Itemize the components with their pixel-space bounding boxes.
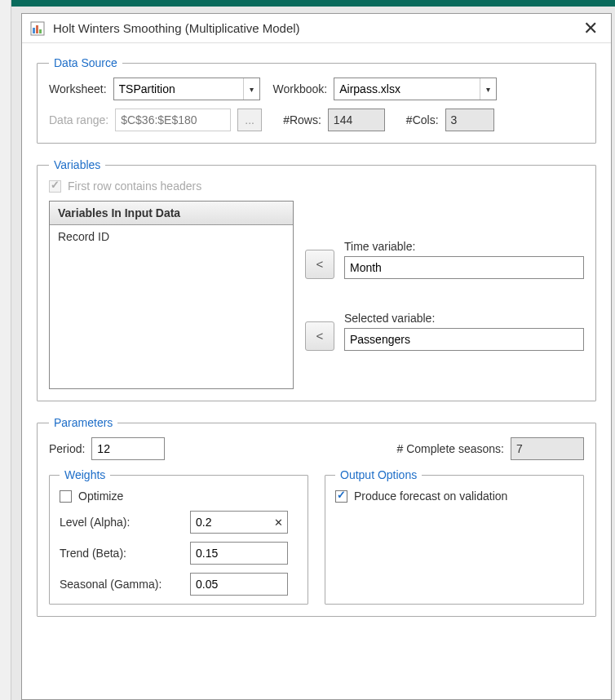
variables-group: Variables First row contains headers Var… [37, 158, 596, 401]
top-accent-bar [11, 0, 615, 7]
workbook-input[interactable] [334, 78, 497, 100]
list-item[interactable]: Record ID [50, 225, 293, 248]
clear-icon[interactable]: ✕ [274, 516, 283, 529]
move-to-time-button[interactable]: < [305, 250, 334, 279]
svg-rect-3 [39, 29, 42, 33]
rows-value [328, 109, 385, 131]
browse-button: ... [237, 109, 262, 131]
move-to-selected-button[interactable]: < [305, 321, 334, 351]
produce-forecast-label: Produce forecast on validation [354, 490, 507, 503]
app-icon [30, 21, 45, 36]
first-row-headers-label: First row contains headers [68, 179, 201, 193]
data-range-label: Data range: [49, 113, 108, 126]
selected-variable-input[interactable] [344, 328, 584, 351]
alpha-label: Level (Alpha): [60, 516, 182, 529]
data-range-input [115, 109, 231, 131]
output-options-legend: Output Options [335, 468, 422, 481]
output-options-group: Output Options Produce forecast on valid… [325, 468, 584, 605]
weights-legend: Weights [60, 468, 110, 481]
workbook-combo[interactable]: ▾ [334, 78, 497, 100]
dialog-content: Data Source Worksheet: ▾ Workbook: ▾ Dat… [22, 43, 611, 645]
dialog-window: Holt Winters Smoothing (Multiplicative M… [21, 13, 612, 700]
optimize-label: Optimize [78, 490, 123, 503]
dialog-title: Holt Winters Smoothing (Multiplicative M… [53, 21, 578, 35]
title-bar: Holt Winters Smoothing (Multiplicative M… [22, 14, 611, 43]
first-row-headers-checkbox [49, 180, 61, 193]
gamma-input[interactable] [190, 573, 288, 596]
time-variable-label: Time variable: [344, 240, 584, 253]
worksheet-label: Worksheet: [49, 82, 107, 95]
beta-input[interactable] [190, 542, 288, 565]
cols-value [445, 109, 494, 131]
parameters-group: Parameters Period: # Complete seasons: W… [37, 416, 596, 617]
cols-label: #Cols: [406, 113, 439, 126]
variables-list[interactable]: Variables In Input Data Record ID [49, 201, 294, 389]
weights-group: Weights Optimize Level (Alpha): ✕ [49, 468, 308, 605]
parameters-legend: Parameters [49, 416, 117, 429]
gamma-label: Seasonal (Gamma): [60, 578, 182, 591]
worksheet-input[interactable] [113, 78, 260, 100]
close-button[interactable]: ✕ [578, 20, 603, 38]
optimize-checkbox[interactable] [60, 490, 72, 503]
complete-seasons-label: # Complete seasons: [396, 442, 504, 455]
data-source-group: Data Source Worksheet: ▾ Workbook: ▾ Dat… [37, 56, 596, 144]
data-source-legend: Data Source [49, 56, 122, 69]
chevron-down-icon[interactable]: ▾ [480, 78, 496, 100]
produce-forecast-checkbox[interactable] [335, 490, 347, 503]
svg-rect-1 [33, 28, 35, 33]
alpha-input[interactable] [190, 511, 288, 534]
background-strip [0, 0, 11, 700]
variables-list-header: Variables In Input Data [50, 202, 293, 225]
chevron-down-icon[interactable]: ▾ [243, 78, 259, 100]
worksheet-combo[interactable]: ▾ [113, 78, 260, 100]
workbook-label: Workbook: [273, 82, 328, 95]
complete-seasons-value [511, 437, 584, 460]
period-label: Period: [49, 442, 85, 455]
variables-legend: Variables [49, 158, 105, 171]
period-input[interactable] [91, 437, 165, 460]
svg-rect-2 [36, 25, 38, 33]
selected-variable-label: Selected variable: [344, 312, 584, 325]
time-variable-input[interactable] [344, 256, 584, 279]
beta-label: Trend (Beta): [60, 547, 182, 560]
rows-label: #Rows: [283, 113, 321, 126]
